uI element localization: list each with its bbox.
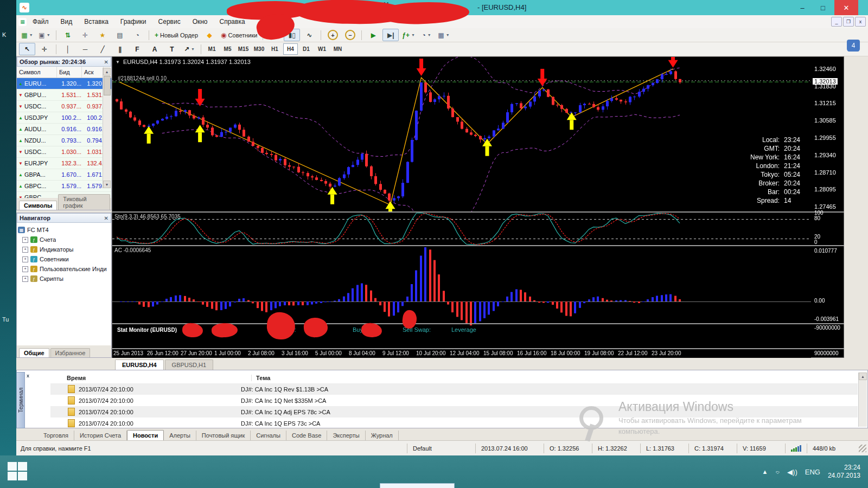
scroll-down-icon[interactable]: ▼ bbox=[103, 181, 111, 188]
timeframe-M5[interactable]: M5 bbox=[220, 43, 235, 55]
chart-area[interactable]: ▼ EURUSD,H4 1.31973 1.32024 1.31937 1.32… bbox=[112, 56, 844, 358]
timeframe-MN[interactable]: MN bbox=[330, 43, 345, 55]
market-watch-scrollbar[interactable]: ▲ ▼ bbox=[103, 68, 111, 188]
terminal-tab-История Счета[interactable]: История Счета bbox=[74, 431, 127, 440]
column-Бид[interactable]: Бид bbox=[57, 67, 82, 78]
indicators-button[interactable]: ƒ+▼ bbox=[400, 29, 417, 41]
volume-icon[interactable]: ◀)) bbox=[787, 468, 797, 476]
navigator-close-icon[interactable]: ✕ bbox=[104, 215, 108, 221]
terminal-toggle[interactable]: ▤ bbox=[112, 29, 128, 41]
chart-collapse-icon[interactable]: ▼ bbox=[116, 60, 120, 65]
market-watch-row[interactable]: ▲NZDU...0.793...0.794... bbox=[17, 135, 111, 146]
market-watch-row[interactable]: ▼USDC...1.030...1.031... bbox=[17, 146, 111, 158]
trendline-button[interactable]: ╱ bbox=[94, 43, 111, 55]
data-window-toggle[interactable]: ✛ bbox=[77, 29, 93, 41]
market-watch-row[interactable]: ▲GBPC...1.579...1.579... bbox=[17, 181, 111, 192]
timeframe-H4[interactable]: H4 bbox=[283, 43, 298, 55]
resize-grip[interactable] bbox=[859, 445, 866, 452]
chevron-down-icon[interactable]: ▼ bbox=[47, 33, 50, 37]
navigator-item-Скрипты[interactable]: +ƒСкрипты bbox=[18, 274, 110, 284]
status-profile[interactable]: Default bbox=[407, 444, 475, 453]
chart-tab-EURUSD,H4[interactable]: EURUSD,H4 bbox=[115, 359, 164, 370]
expand-plus-icon[interactable]: + bbox=[22, 256, 28, 262]
fibonacci-button[interactable]: F bbox=[129, 43, 145, 55]
timeframe-H1[interactable]: H1 bbox=[267, 43, 282, 55]
vline-button[interactable]: │ bbox=[60, 43, 76, 55]
minimize-button[interactable]: – bbox=[793, 0, 812, 15]
terminal-tab-Журнал[interactable]: Журнал bbox=[366, 431, 399, 440]
mdi-close-button[interactable]: x bbox=[855, 17, 866, 27]
zoom-in-button[interactable]: + bbox=[324, 29, 341, 41]
expand-plus-icon[interactable]: + bbox=[22, 266, 28, 272]
price-scale[interactable]: 1.324601.320131.318301.312151.305851.299… bbox=[811, 57, 845, 358]
profiles-button[interactable]: ▣▼ bbox=[36, 29, 53, 41]
new-order-button[interactable]: +Новый Ордер bbox=[152, 29, 200, 41]
text-button[interactable]: A bbox=[146, 43, 163, 55]
pane-divider[interactable] bbox=[112, 245, 845, 246]
navigator-root[interactable]: ▦FC MT4 bbox=[18, 225, 110, 235]
terminal-scrollbar[interactable]: ▲ bbox=[858, 373, 867, 427]
market-watch-row[interactable]: ▲USDJPY100.2...100.2... bbox=[17, 112, 111, 124]
chevron-down-icon[interactable]: ▼ bbox=[446, 33, 450, 37]
terminal-tab-Сигналы[interactable]: Сигналы bbox=[251, 431, 286, 440]
price-chart-canvas[interactable] bbox=[112, 57, 811, 358]
news-row[interactable]: 2013/07/24 20:10:00DJ#: CA Inc 1Q Net $3… bbox=[50, 395, 858, 406]
column-time[interactable]: Время bbox=[50, 375, 252, 381]
templates-button[interactable]: ▦▼ bbox=[436, 29, 452, 41]
scroll-up-icon[interactable]: ▲ bbox=[859, 373, 867, 380]
scrollbar-thumb[interactable] bbox=[104, 76, 111, 95]
menu-item-Вид[interactable]: Вид bbox=[55, 15, 79, 28]
timeframe-W1[interactable]: W1 bbox=[315, 43, 329, 55]
chevron-down-icon[interactable]: ▼ bbox=[29, 33, 33, 37]
column-topic[interactable]: Тема bbox=[252, 375, 270, 381]
market-watch-row[interactable]: ▼USDC...0.937...0.937... bbox=[17, 101, 111, 112]
news-row[interactable]: 2013/07/24 20:10:00DJ#: CA Inc 1Q Rev $1… bbox=[50, 383, 858, 395]
mdi-restore-button[interactable]: ❐ bbox=[843, 17, 854, 27]
chart-shift-button[interactable]: ▶| bbox=[382, 29, 399, 41]
terminal-tab-Code Base[interactable]: Code Base bbox=[286, 431, 327, 440]
terminal-side-tab[interactable]: Терминал bbox=[16, 372, 25, 428]
close-button[interactable]: ✕ bbox=[834, 0, 858, 15]
metaeditor-button[interactable]: ◆ bbox=[201, 29, 218, 41]
menu-item-Сервис[interactable]: Сервис bbox=[152, 15, 187, 28]
terminal-tab-Новости[interactable]: Новости bbox=[127, 430, 164, 440]
market-watch-toggle[interactable]: ⇅ bbox=[60, 29, 76, 41]
column-Аск[interactable]: Аск bbox=[82, 67, 104, 78]
column-Символ[interactable]: Символ bbox=[17, 67, 57, 78]
expand-plus-icon[interactable]: + bbox=[22, 237, 28, 243]
tray-clock[interactable]: 23:24 24.07.2013 bbox=[828, 464, 864, 480]
chevron-down-icon[interactable]: ▼ bbox=[411, 33, 415, 37]
terminal-tab-Торговля[interactable]: Торговля bbox=[38, 431, 74, 440]
tab-Общие[interactable]: Общие bbox=[19, 348, 49, 357]
market-watch-row[interactable]: ▼GBPU...1.531...1.531... bbox=[17, 89, 111, 101]
timeframe-M30[interactable]: M30 bbox=[252, 43, 266, 55]
terminal-close-icon[interactable]: х bbox=[27, 373, 29, 378]
start-button[interactable] bbox=[8, 462, 29, 481]
market-watch-close-icon[interactable]: ✕ bbox=[104, 59, 108, 65]
tab-Избранное[interactable]: Избранное bbox=[50, 348, 91, 357]
network-icon[interactable]: ⌔ bbox=[775, 467, 780, 476]
timeframe-M15[interactable]: M15 bbox=[236, 43, 251, 55]
timeframe-D1[interactable]: D1 bbox=[299, 43, 314, 55]
expert-advisors-button[interactable]: ◉Советники bbox=[219, 29, 259, 41]
terminal-tab-Эксперты[interactable]: Эксперты bbox=[327, 431, 365, 440]
menu-item-Файл[interactable]: Файл bbox=[27, 15, 55, 28]
cursor-button[interactable]: ↖ bbox=[19, 43, 35, 55]
tab-Тиковый график[interactable]: Тиковый график bbox=[58, 194, 110, 210]
market-watch-row[interactable]: ▲AUDU...0.916...0.916... bbox=[17, 124, 111, 135]
tab-Символы[interactable]: Символы bbox=[19, 201, 57, 210]
text-label-button[interactable]: T bbox=[164, 43, 180, 55]
new-chart-button[interactable]: ▦▼ bbox=[19, 29, 35, 41]
timeframe-M1[interactable]: M1 bbox=[205, 43, 219, 55]
notification-badge[interactable]: 4 bbox=[847, 40, 860, 51]
time-axis[interactable]: 25 Jun 201326 Jun 12:0027 Jun 20:001 Jul… bbox=[112, 349, 811, 358]
hline-button[interactable]: ─ bbox=[77, 43, 93, 55]
expand-plus-icon[interactable]: + bbox=[22, 247, 28, 253]
mdi-minimize-button[interactable]: _ bbox=[831, 17, 842, 27]
scroll-up-icon[interactable]: ▲ bbox=[103, 68, 111, 75]
zoom-out-button[interactable]: − bbox=[342, 29, 358, 41]
pane-divider[interactable] bbox=[112, 211, 845, 213]
language-indicator[interactable]: ENG bbox=[805, 468, 820, 476]
terminal-tab-Почтовый ящик[interactable]: Почтовый ящик bbox=[196, 431, 251, 440]
market-watch-row[interactable]: ▲GBPA...1.670...1.671... bbox=[17, 169, 111, 181]
